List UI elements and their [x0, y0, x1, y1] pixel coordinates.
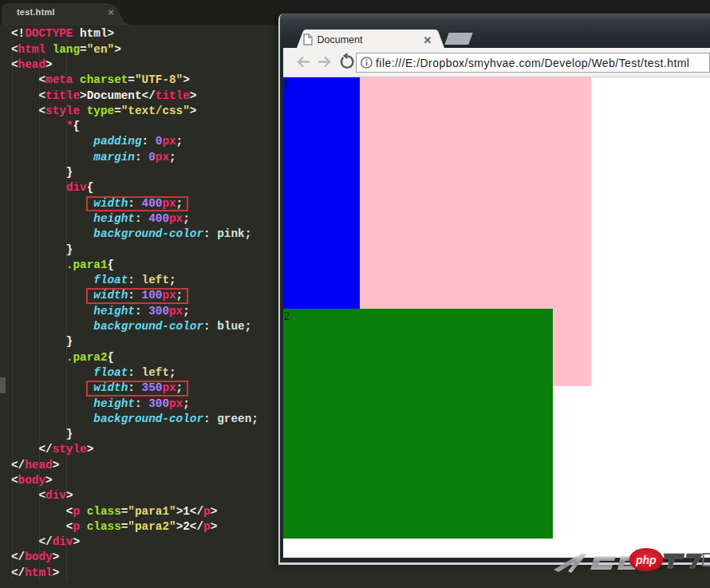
svg-text:php: php: [635, 554, 657, 566]
